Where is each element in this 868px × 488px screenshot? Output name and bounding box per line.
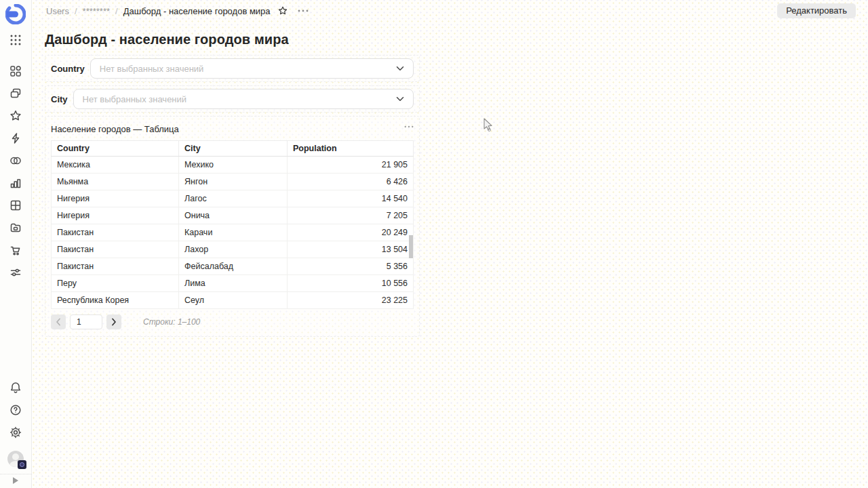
objects-grid-icon[interactable]	[9, 64, 22, 78]
cell-city: Онича	[179, 207, 288, 224]
cell-population: 7 205	[288, 207, 414, 224]
table-row: ПакистанКарачи20 249	[52, 224, 414, 241]
breadcrumb-separator: /	[75, 6, 77, 16]
apps-grid-icon[interactable]	[9, 33, 22, 47]
column-header-city[interactable]: City	[179, 141, 288, 157]
city-select[interactable]: Нет выбранных значений	[73, 89, 414, 109]
edit-button[interactable]: Редактировать	[777, 3, 856, 18]
topbar: Users / ******** / Дашборд - население г…	[32, 0, 868, 22]
help-icon[interactable]	[9, 403, 22, 417]
cell-city: Лагос	[179, 190, 288, 207]
rows-range-label: Строки: 1–100	[143, 317, 200, 327]
functions-icon[interactable]	[9, 131, 22, 145]
entry-more-icon[interactable]	[298, 9, 309, 12]
table-widget-title: Население городов — Таблица	[51, 124, 179, 134]
datalens-logo[interactable]	[5, 4, 26, 24]
cell-country: Перу	[52, 275, 179, 292]
filter-widget-city: City Нет выбранных значений	[45, 85, 420, 113]
avatar-service-badge	[18, 460, 26, 469]
services-icon[interactable]	[9, 266, 22, 279]
cell-country: Мьянма	[52, 174, 179, 190]
table-row: НигерияЛагос14 540	[52, 190, 414, 207]
cell-country: Республика Корея	[52, 292, 179, 309]
gallery-icon[interactable]	[9, 221, 22, 235]
cell-population: 5 356	[288, 258, 414, 275]
favorites-icon[interactable]	[9, 109, 22, 123]
cell-country: Пакистан	[52, 224, 179, 241]
cell-city: Фейсалабад	[179, 258, 288, 275]
sidebar-nav	[9, 64, 22, 279]
prev-page-button[interactable]	[51, 314, 66, 329]
cell-country: Мексика	[52, 157, 179, 174]
page-number-input[interactable]	[70, 314, 102, 329]
table-widget: Население городов — Таблица Country City…	[45, 116, 420, 337]
chevron-down-icon	[396, 96, 404, 102]
charts-icon[interactable]	[9, 176, 22, 190]
cell-country: Нигерия	[52, 190, 179, 207]
country-select[interactable]: Нет выбранных значений	[90, 58, 414, 79]
cell-city: Янгон	[179, 174, 288, 190]
cell-city: Лахор	[179, 241, 288, 258]
table-row: МексикаМехико21 905	[52, 157, 414, 174]
cell-country: Пакистан	[52, 258, 179, 275]
cell-country: Нигерия	[52, 207, 179, 224]
table-row: Республика КореяСеул23 225	[52, 292, 414, 309]
marketplace-icon[interactable]	[9, 243, 22, 257]
page-title: Дашборд - население городов мира	[45, 32, 868, 47]
breadcrumb-separator: /	[115, 6, 118, 16]
table-row: ПеруЛима10 556	[52, 275, 414, 292]
cell-city: Сеул	[179, 292, 288, 309]
cell-population: 14 540	[288, 190, 414, 207]
filter-label-city: City	[51, 94, 68, 104]
next-page-button[interactable]	[106, 314, 121, 329]
sidebar	[0, 0, 32, 488]
dashboard-content: Дашборд - население городов мира Country…	[32, 22, 868, 488]
sidebar-bottom	[7, 381, 24, 467]
table-row: МьянмаЯнгон6 426	[52, 174, 414, 190]
collections-icon[interactable]	[9, 87, 22, 100]
dashboards-icon[interactable]	[9, 199, 22, 212]
table-header-row: Country City Population	[52, 141, 414, 157]
filter-widget-country: Country Нет выбранных значений	[45, 55, 420, 82]
cell-population: 23 225	[288, 292, 414, 309]
sidebar-expand-icon[interactable]	[13, 477, 18, 484]
notifications-icon[interactable]	[9, 381, 22, 394]
widget-more-icon[interactable]	[404, 125, 414, 128]
settings-gear-icon[interactable]	[9, 426, 22, 439]
country-select-placeholder: Нет выбранных значений	[100, 64, 204, 74]
favorite-star-icon[interactable]	[277, 5, 288, 16]
cell-city: Лима	[179, 275, 288, 292]
cell-population: 13 504	[288, 241, 414, 258]
table-pagination: Строки: 1–100	[51, 314, 414, 331]
cell-population: 20 249	[288, 224, 414, 241]
population-table: Country City Population МексикаМехико21 …	[51, 140, 414, 309]
breadcrumb: Users / ******** / Дашборд - население г…	[46, 6, 271, 16]
table-body: МексикаМехико21 905МьянмаЯнгон6 426Нигер…	[52, 157, 414, 309]
sidebar-divider	[0, 474, 32, 474]
cell-population: 6 426	[288, 174, 414, 190]
cell-population: 21 905	[288, 157, 414, 174]
breadcrumb-folder[interactable]: ********	[83, 6, 110, 16]
breadcrumb-current: Дашборд - население городов мира	[123, 6, 271, 16]
table-scrollbar-thumb[interactable]	[409, 235, 413, 258]
column-header-country[interactable]: Country	[52, 141, 179, 157]
connections-icon[interactable]	[9, 154, 22, 167]
table-row: ПакистанЛахор13 504	[52, 241, 414, 258]
cell-country: Пакистан	[52, 241, 179, 258]
table-row: ПакистанФейсалабад5 356	[52, 258, 414, 275]
breadcrumb-users[interactable]: Users	[46, 6, 69, 16]
column-header-population[interactable]: Population	[288, 141, 414, 157]
cell-city: Мехико	[179, 157, 288, 174]
cell-population: 10 556	[288, 275, 414, 292]
table-container: Country City Population МексикаМехико21 …	[51, 140, 414, 309]
city-select-placeholder: Нет выбранных значений	[83, 94, 187, 104]
user-avatar[interactable]	[7, 451, 24, 467]
filter-label-country: Country	[51, 64, 85, 74]
cell-city: Карачи	[179, 224, 288, 241]
chevron-down-icon	[396, 66, 404, 71]
table-row: НигерияОнича7 205	[52, 207, 414, 224]
